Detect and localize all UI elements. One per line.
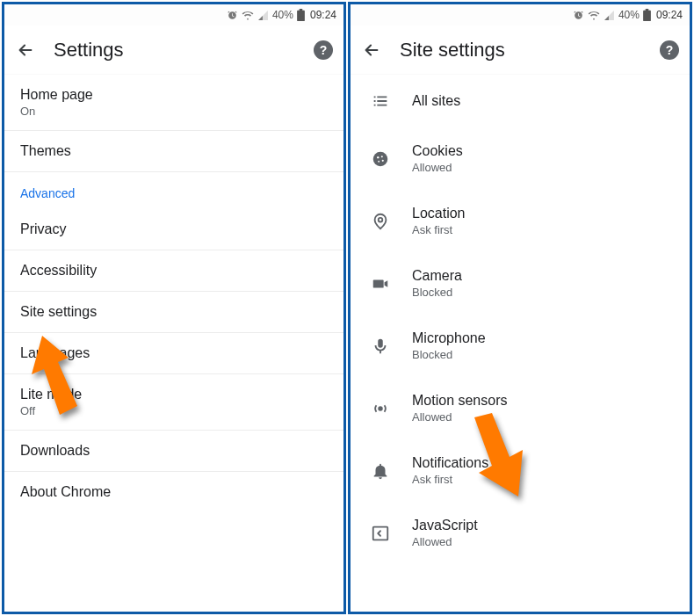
site-item-label: All sites: [412, 93, 460, 109]
battery-percent: 40%: [272, 9, 293, 21]
svg-point-7: [379, 217, 383, 221]
site-item-location[interactable]: Location Ask first: [351, 190, 690, 252]
settings-item-label: Themes: [20, 143, 328, 159]
settings-item-label: About Chrome: [20, 484, 328, 500]
battery-icon: [643, 9, 651, 21]
site-item-notifications[interactable]: Notifications Ask first: [351, 439, 690, 502]
status-bar: 40% 09:24: [351, 4, 690, 25]
phone-right: 40% 09:24 Site settings ? All sites Cook…: [348, 2, 692, 614]
alarm-icon: [227, 10, 238, 21]
site-item-camera[interactable]: Camera Blocked: [351, 252, 690, 315]
site-item-sub: Allowed: [412, 535, 478, 548]
site-item-sub: Ask first: [412, 223, 466, 236]
site-item-label: Motion sensors: [412, 393, 508, 409]
section-advanced: Advanced: [4, 172, 343, 209]
svg-point-5: [382, 159, 384, 161]
settings-list: Home page On Themes Advanced Privacy Acc…: [4, 75, 343, 512]
settings-item-site-settings[interactable]: Site settings: [4, 292, 343, 333]
site-item-microphone[interactable]: Microphone Blocked: [351, 315, 690, 377]
back-button[interactable]: [361, 40, 382, 61]
motion-icon: [370, 398, 391, 419]
settings-item-home-page[interactable]: Home page On: [4, 75, 343, 131]
svg-point-8: [379, 407, 382, 410]
status-bar: 40% 09:24: [4, 4, 343, 25]
site-item-sub: Allowed: [412, 161, 463, 174]
svg-rect-9: [373, 526, 388, 540]
settings-item-themes[interactable]: Themes: [4, 131, 343, 172]
signal-icon: [257, 10, 269, 21]
site-item-label: Microphone: [412, 330, 486, 346]
battery-percent: 40%: [618, 9, 640, 21]
settings-item-lite-mode[interactable]: Lite mode Off: [4, 374, 343, 431]
status-time: 09:24: [656, 9, 683, 21]
site-item-sub: Blocked: [412, 286, 462, 299]
site-item-sub: Blocked: [412, 348, 486, 361]
site-item-sub: Allowed: [412, 410, 508, 424]
svg-point-4: [381, 156, 383, 157]
back-button[interactable]: [15, 40, 36, 61]
settings-item-label: Languages: [20, 345, 328, 361]
site-item-javascript[interactable]: JavaScript Allowed: [351, 502, 690, 564]
status-time: 09:24: [310, 9, 336, 21]
settings-item-languages[interactable]: Languages: [4, 333, 343, 374]
site-item-label: JavaScript: [412, 518, 478, 533]
settings-item-about-chrome[interactable]: About Chrome: [4, 472, 343, 512]
site-item-label: Notifications: [412, 455, 488, 471]
app-bar: Site settings ?: [351, 25, 690, 75]
site-settings-list: All sites Cookies Allowed Location Ask f…: [351, 75, 690, 564]
camera-icon: [370, 273, 391, 294]
svg-point-3: [377, 156, 379, 157]
app-bar: Settings ?: [4, 25, 343, 75]
site-item-all-sites[interactable]: All sites: [351, 75, 690, 127]
settings-item-label: Privacy: [20, 221, 328, 237]
wifi-icon: [242, 9, 254, 21]
alarm-icon: [573, 10, 584, 21]
settings-item-label: Accessibility: [20, 263, 328, 279]
svg-point-6: [378, 160, 380, 162]
battery-icon: [297, 9, 305, 21]
settings-item-label: Home page: [20, 87, 328, 103]
mic-icon: [370, 336, 391, 357]
page-title: Settings: [54, 39, 296, 62]
page-title: Site settings: [400, 39, 642, 62]
signal-icon: [604, 10, 615, 21]
site-item-cookies[interactable]: Cookies Allowed: [351, 127, 690, 190]
site-item-label: Cookies: [412, 143, 463, 159]
settings-item-downloads[interactable]: Downloads: [4, 431, 343, 472]
list-icon: [370, 91, 391, 112]
phone-left: 40% 09:24 Settings ? Home page On Themes…: [2, 2, 346, 614]
site-item-motion-sensors[interactable]: Motion sensors Allowed: [351, 377, 690, 439]
bell-icon: [370, 460, 391, 482]
help-button[interactable]: ?: [660, 40, 679, 60]
site-item-label: Location: [412, 206, 466, 221]
settings-item-privacy[interactable]: Privacy: [4, 209, 343, 250]
settings-item-label: Site settings: [20, 304, 328, 320]
settings-item-sub: Off: [20, 404, 328, 417]
location-icon: [370, 211, 391, 232]
svg-point-2: [373, 151, 388, 166]
cookie-icon: [370, 149, 391, 170]
wifi-icon: [588, 9, 600, 21]
settings-item-label: Lite mode: [20, 387, 328, 402]
settings-item-label: Downloads: [20, 443, 328, 459]
site-item-sub: Ask first: [412, 473, 488, 486]
help-button[interactable]: ?: [314, 40, 333, 60]
svg-rect-1: [298, 16, 304, 20]
settings-item-sub: On: [20, 105, 328, 118]
javascript-icon: [370, 523, 391, 544]
site-item-label: Camera: [412, 268, 462, 284]
settings-item-accessibility[interactable]: Accessibility: [4, 250, 343, 292]
